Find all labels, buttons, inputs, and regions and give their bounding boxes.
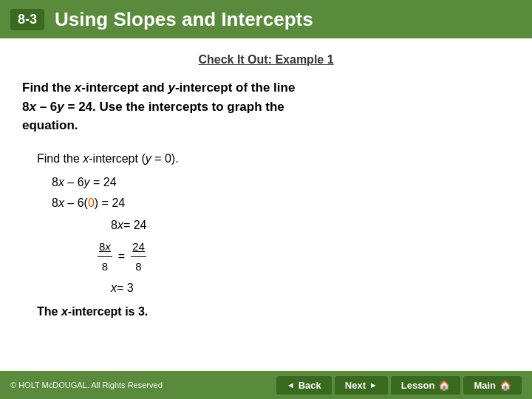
eq1: 8x – 6y = 24 [37,172,510,193]
next-arrow-icon: ► [369,381,378,389]
step1-label: Find the x-intercept (y = 0). [37,149,510,169]
copyright: © HOLT McDOUGAL. All Rights Reserved [10,381,163,389]
eq2: 8x – 6(0) = 24 [37,193,510,214]
back-button[interactable]: ◄ Back [276,376,332,395]
solution-block: Find the x-intercept (y = 0). 8x – 6y = … [22,149,510,323]
back-label: Back [299,380,321,391]
lesson-badge: 8-3 [10,9,44,30]
next-button[interactable]: Next ► [335,376,388,395]
main-button[interactable]: Main 🏠 [463,376,522,395]
header-bar: 8-3 Using Slopes and Intercepts [0,0,532,38]
eq4: 8x 8 = 24 8 [37,237,510,277]
eq4-equals: = [118,246,125,267]
main-home-icon: 🏠 [499,380,511,391]
problem-statement: Find the x-intercept and y-intercept of … [22,78,510,135]
footer-buttons: ◄ Back Next ► Lesson 🏠 Main 🏠 [276,376,522,395]
left-fraction: 8x 8 [98,237,112,277]
header-title: Using Slopes and Intercepts [55,8,313,31]
right-fraction: 24 8 [131,237,146,277]
lesson-button[interactable]: Lesson 🏠 [391,376,461,395]
lesson-label: Lesson [401,380,435,391]
zero-highlight: 0 [88,197,95,209]
section-label: Check It Out: Example 1 [22,53,510,66]
eq3: 8x = 24 [37,215,510,236]
eq5: x = 3 [37,278,510,299]
back-arrow-icon: ◄ [287,381,295,389]
main-content: Check It Out: Example 1 Find the x-inter… [0,38,532,330]
lesson-home-icon: 🏠 [438,380,450,391]
next-label: Next [345,380,366,391]
footer: © HOLT McDOUGAL. All Rights Reserved ◄ B… [0,371,532,399]
conclusion: The x-intercept is 3. [37,301,510,322]
main-label: Main [474,380,496,391]
